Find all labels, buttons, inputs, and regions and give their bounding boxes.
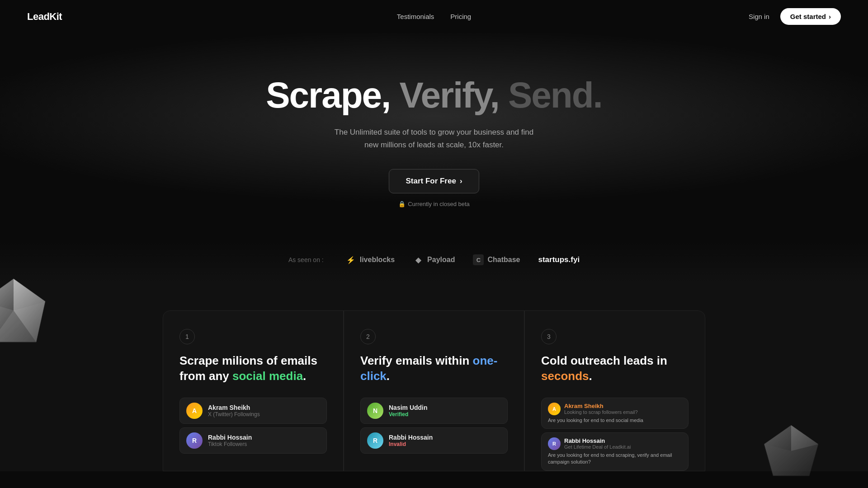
svg-marker-1 <box>14 279 45 310</box>
step-badge-3: 3 <box>541 329 557 344</box>
svg-marker-6 <box>791 425 818 451</box>
avatar-rabbi-verify: R <box>367 432 383 449</box>
chat-avatar-rabbi-outreach: R <box>548 437 561 450</box>
brand-payload: ◆ Payload <box>413 254 455 265</box>
feature-card-verify: 2 Verify emails within one-click. N Nasi… <box>344 310 524 471</box>
feature-title-scrape: Scrape milions of emails from any social… <box>179 353 327 384</box>
as-seen-on-section: As seen on : ⚡ liveblocks ◆ Payload C Ch… <box>0 241 868 283</box>
chatbase-icon: C <box>473 254 484 265</box>
logo[interactable]: LeadKit <box>27 11 62 23</box>
feature-card-scrape: 1 Scrape milions of emails from any soci… <box>163 310 344 471</box>
decorative-gem-bottom <box>760 422 832 488</box>
hero-title: Scrape, Verify, Send. <box>266 75 602 115</box>
avatar-akram: A <box>186 403 203 419</box>
scrape-mock-cards: A Akram Sheikh X (Twitter) Followings R … <box>179 398 327 454</box>
svg-marker-7 <box>764 425 791 451</box>
step-badge-2: 2 <box>360 329 376 344</box>
verify-card-1: N Nasim Uddin Verified <box>360 398 508 424</box>
avatar-nasim: N <box>367 403 383 419</box>
feature-card-outreach: 3 Cold outreach leads in seconds. A Akra… <box>524 310 705 471</box>
features-section: 1 Scrape milions of emails from any soci… <box>0 283 868 471</box>
navbar: LeadKit Testimonials Pricing Sign in Get… <box>0 0 868 33</box>
nav-pricing[interactable]: Pricing <box>450 13 471 20</box>
chat-bubble-2: R Rabbi Hossain Get Lifetime Deal of Lea… <box>541 432 689 471</box>
payload-icon: ◆ <box>413 254 424 265</box>
brand-startupsfyi: startups.fyi <box>538 255 580 264</box>
svg-marker-3 <box>0 301 14 342</box>
brand-chatbase: C Chatbase <box>473 254 520 265</box>
closed-beta-notice: 🔒 Currently in closed beta <box>398 201 470 207</box>
nav-testimonials[interactable]: Testimonials <box>397 13 434 20</box>
hero-section: Scrape, Verify, Send. The Unlimited suit… <box>0 33 868 241</box>
outreach-chat: A Akram Sheikh Looking to scrap follower… <box>541 398 689 471</box>
brand-logos: ⚡ liveblocks ◆ Payload C Chatbase startu… <box>345 254 580 265</box>
as-seen-label: As seen on : <box>288 256 324 263</box>
start-for-free-button[interactable]: Start For Free › <box>389 169 479 193</box>
get-started-button[interactable]: Get started › <box>780 8 841 25</box>
scrape-card-1: A Akram Sheikh X (Twitter) Followings <box>179 398 327 424</box>
avatar-rabbi: R <box>186 432 203 449</box>
chat-bubble-1: A Akram Sheikh Looking to scrap follower… <box>541 398 689 429</box>
liveblocks-icon: ⚡ <box>345 254 356 265</box>
verify-card-2: R Rabbi Hossain Invalid <box>360 427 508 454</box>
svg-marker-5 <box>764 425 818 476</box>
scrape-card-2: R Rabbi Hossain Tiktok Followers <box>179 427 327 454</box>
brand-liveblocks: ⚡ liveblocks <box>345 254 395 265</box>
verify-mock-cards: N Nasim Uddin Verified R Rabbi Hossain I… <box>360 398 508 454</box>
feature-title-verify: Verify emails within one-click. <box>360 353 508 384</box>
features-grid: 1 Scrape milions of emails from any soci… <box>163 310 705 471</box>
feature-title-outreach: Cold outreach leads in seconds. <box>541 353 689 384</box>
chat-avatar-akram: A <box>548 403 561 415</box>
decorative-gem-top <box>0 274 63 365</box>
step-badge-1: 1 <box>179 329 195 344</box>
svg-marker-2 <box>0 279 14 310</box>
svg-marker-4 <box>14 301 45 342</box>
hero-subtitle: The Unlimited suite of tools to grow you… <box>330 126 538 150</box>
svg-marker-0 <box>0 279 45 342</box>
sign-in-button[interactable]: Sign in <box>749 13 769 20</box>
